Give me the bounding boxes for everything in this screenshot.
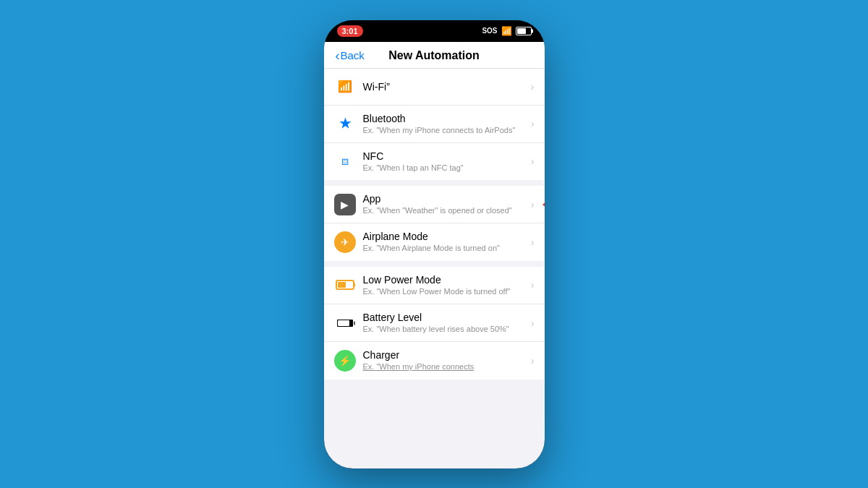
bluetooth-subtitle: Ex. "When my iPhone connects to AirPods"	[363, 125, 531, 135]
charger-subtitle: Ex. "When my iPhone connects	[363, 361, 531, 372]
bluetooth-title: Bluetooth	[363, 113, 531, 124]
list-item-nfc[interactable]: ⧈ NFC Ex. "When I tap an NFC tag" ›	[324, 143, 545, 180]
nfc-chevron-icon: ›	[531, 155, 535, 167]
nav-title: New Automation	[388, 49, 480, 62]
lowpower-title: Low Power Mode	[363, 274, 531, 286]
status-time: 3:01	[337, 25, 363, 37]
list-item-app[interactable]: ▶ App Ex. "When "Weather" is opened or c…	[324, 186, 545, 223]
app-text: App Ex. "When "Weather" is opened or clo…	[363, 193, 531, 215]
list-item-bluetooth[interactable]: ★ Bluetooth Ex. "When my iPhone connects…	[324, 106, 545, 143]
airplane-text: Airplane Mode Ex. "When Airplane Mode is…	[363, 231, 531, 253]
list-item-wifi[interactable]: 📶 Wi-Fi” ›	[324, 69, 545, 106]
screen: ‹ Back New Automation 📶 Wi-Fi”	[324, 42, 545, 468]
background: 3:01 SOS 📶 ‹ Back New Automation	[0, 0, 868, 488]
nfc-subtitle: Ex. "When I tap an NFC tag"	[363, 163, 531, 173]
bluetooth-text: Bluetooth Ex. "When my iPhone connects t…	[363, 113, 531, 135]
charger-chevron-icon: ›	[531, 355, 535, 367]
back-label: Back	[341, 49, 365, 61]
lowpower-text: Low Power Mode Ex. "When Low Power Mode …	[363, 274, 531, 296]
nfc-icon: ⧈	[334, 150, 356, 172]
lowpower-subtitle: Ex. "When Low Power Mode is turned off"	[363, 286, 531, 296]
section-power: Low Power Mode Ex. "When Low Power Mode …	[324, 267, 545, 380]
back-chevron-icon: ‹	[336, 49, 340, 62]
wifi-chevron-icon: ›	[531, 81, 535, 93]
app-title: App	[363, 193, 531, 205]
charger-text: Charger Ex. "When my iPhone connects	[363, 349, 531, 372]
list-item-lowpower[interactable]: Low Power Mode Ex. "When Low Power Mode …	[324, 267, 545, 304]
battery-icon	[516, 27, 532, 35]
bluetooth-chevron-icon: ›	[531, 118, 535, 129]
charger-title: Charger	[363, 349, 531, 361]
airplane-chevron-icon: ›	[531, 236, 535, 248]
wifi-title: Wi-Fi”	[363, 81, 531, 93]
nav-bar: ‹ Back New Automation	[324, 42, 545, 69]
airplane-icon: ✈	[334, 231, 356, 253]
lowpower-icon	[334, 274, 356, 296]
wifi-item-icon: 📶	[334, 76, 356, 98]
lowpower-chevron-icon: ›	[531, 279, 535, 291]
battery-title: Battery Level	[363, 312, 531, 323]
phone-container: 3:01 SOS 📶 ‹ Back New Automation	[324, 20, 545, 468]
app-icon: ▶	[334, 194, 356, 215]
list-content: 📶 Wi-Fi” › ★ Bluetooth	[324, 69, 545, 458]
item-text: Wi-Fi”	[363, 81, 531, 93]
bluetooth-icon: ★	[334, 113, 356, 134]
list-item-charger[interactable]: ⚡ Charger Ex. "When my iPhone connects ›	[324, 342, 545, 379]
section-app: ▶ App Ex. "When "Weather" is opened or c…	[324, 186, 545, 261]
status-bar: 3:01 SOS 📶	[324, 20, 545, 42]
battery-text: Battery Level Ex. "When battery level ri…	[363, 312, 531, 334]
section-connectivity: 📶 Wi-Fi” › ★ Bluetooth	[324, 69, 545, 181]
charger-icon: ⚡	[334, 350, 356, 372]
app-chevron-icon: ›	[531, 199, 535, 210]
battery-subtitle: Ex. "When battery level rises above 50%"	[363, 324, 531, 334]
list-item-battery[interactable]: Battery Level Ex. "When battery level ri…	[324, 304, 545, 342]
airplane-title: Airplane Mode	[363, 231, 531, 242]
app-subtitle: Ex. "When "Weather" is opened or closed"	[363, 205, 531, 215]
back-button[interactable]: ‹ Back	[336, 49, 365, 62]
list-item-airplane[interactable]: ✈ Airplane Mode Ex. "When Airplane Mode …	[324, 223, 545, 260]
red-arrow	[542, 195, 545, 214]
status-right: SOS 📶	[482, 26, 531, 36]
airplane-subtitle: Ex. "When Airplane Mode is turned on"	[363, 243, 531, 253]
nfc-title: NFC	[363, 150, 531, 162]
wifi-icon: 📶	[501, 26, 512, 36]
nfc-text: NFC Ex. "When I tap an NFC tag"	[363, 150, 531, 173]
status-sos: SOS	[482, 27, 497, 35]
battery-chevron-icon: ›	[531, 317, 535, 329]
battery-level-icon	[334, 312, 356, 334]
